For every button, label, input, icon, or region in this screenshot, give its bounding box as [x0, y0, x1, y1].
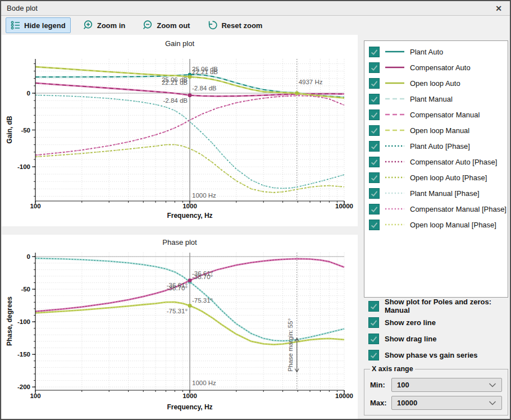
- x-min-select[interactable]: 100: [391, 378, 502, 392]
- y-tick-label: -150: [17, 351, 30, 358]
- checkbox[interactable]: [369, 47, 380, 57]
- reset-zoom-button[interactable]: Reset zoom: [202, 17, 267, 34]
- option-label: Show drag line: [385, 335, 436, 343]
- legend-item[interactable]: Plant Auto: [369, 44, 508, 60]
- x-min-value: 100: [397, 381, 409, 389]
- series-line-sample: [385, 81, 405, 85]
- chevron-down-icon: [489, 401, 496, 405]
- checkbox[interactable]: [368, 350, 379, 360]
- x-max-row: Max: 10000: [370, 396, 502, 410]
- checkbox[interactable]: [368, 317, 379, 328]
- marker-dot[interactable]: [188, 304, 192, 308]
- checkbox[interactable]: [369, 141, 380, 152]
- x-min-label: Min:: [370, 381, 391, 389]
- x-tick-label: 10000: [335, 203, 353, 209]
- option-checkbox-row[interactable]: Show drag line: [368, 332, 508, 345]
- checkbox[interactable]: [369, 125, 380, 136]
- y-tick-label: -100: [17, 163, 30, 170]
- phase-plot-canvas: Phase plot Phase, degrees Phase margin: …: [2, 235, 358, 420]
- series-line-sample: [385, 50, 405, 53]
- legend-item-label: Plant Auto: [410, 48, 443, 56]
- options-panel: Show plot for Poles and zeros: ManualSho…: [364, 300, 508, 365]
- legend-item-label: Open loop Auto [Phase]: [410, 174, 487, 182]
- annotation-label: -2.84 dB: [192, 85, 217, 92]
- checkbox[interactable]: [369, 172, 380, 183]
- hide-legend-label: Hide legend: [24, 21, 66, 30]
- annotation-label: 1000 Hz: [192, 380, 216, 386]
- option-checkbox-row[interactable]: Show phase vs gain series: [368, 349, 508, 361]
- y-tick-label: -100: [17, 318, 30, 325]
- legend-item[interactable]: Open loop Manual: [369, 122, 508, 138]
- gain-plot-svg[interactable]: 25.06 dB22.21 dB25.06 dB22.21 dB-2.84 dB…: [2, 54, 358, 223]
- legend-item[interactable]: Compensator Auto [Phase]: [369, 154, 508, 170]
- hide-legend-button[interactable]: Hide legend: [6, 17, 71, 33]
- x-axis-range-group: X axis range Min: 100 Max: 10000: [364, 365, 508, 416]
- legend-item-label: Open loop Manual [Phase]: [410, 221, 496, 229]
- annotation-label: 22.21 dB: [162, 79, 188, 86]
- checkbox[interactable]: [369, 78, 380, 89]
- legend-item-label: Plant Auto [Phase]: [410, 142, 470, 150]
- close-icon[interactable]: ✕: [493, 4, 504, 13]
- window-title: Bode plot: [7, 4, 38, 12]
- check-icon: [369, 157, 379, 167]
- marker-dot[interactable]: [188, 75, 192, 79]
- series-line-sample: [385, 97, 405, 101]
- x-tick-label: 100: [30, 392, 40, 399]
- x-axis-label: Frequency, Hz: [167, 403, 212, 411]
- x-tick-label: 100: [30, 203, 40, 209]
- check-icon: [369, 94, 379, 104]
- zoom-out-label: Zoom out: [157, 21, 190, 30]
- option-checkbox-row[interactable]: Show zero line: [368, 316, 508, 328]
- option-checkbox-row[interactable]: Show plot for Poles and zeros: Manual: [368, 300, 508, 312]
- check-icon: [369, 302, 378, 311]
- annotation-label: -2.84 dB: [163, 97, 188, 104]
- zoom-in-button[interactable]: Zoom in: [77, 17, 131, 34]
- checkbox[interactable]: [369, 94, 380, 104]
- check-icon: [369, 110, 379, 120]
- series-line-sample: [385, 129, 405, 132]
- checkbox[interactable]: [369, 157, 380, 167]
- legend-item[interactable]: Open loop Manual [Phase]: [369, 217, 508, 232]
- legend-item[interactable]: Plant Auto [Phase]: [369, 138, 508, 154]
- checkbox[interactable]: [369, 62, 380, 73]
- legend-item[interactable]: Open loop Auto: [369, 75, 508, 91]
- reset-arrow-icon: [207, 20, 218, 31]
- magnifier-minus-icon: [142, 20, 153, 31]
- series-line-sample: [385, 160, 405, 163]
- checkbox[interactable]: [369, 109, 380, 120]
- y-tick-label: 0: [27, 253, 30, 260]
- check-icon: [369, 350, 378, 360]
- gain-plot-canvas: Gain plot Gain, dB 25.06 dB22.21 dB25.06…: [2, 35, 358, 226]
- legend-item[interactable]: Compensator Manual: [369, 107, 508, 122]
- check-icon: [369, 63, 379, 72]
- marker-dot[interactable]: [188, 279, 192, 282]
- phase-plot-svg[interactable]: Phase margin: 55°-36.61°-38.70°-36.61°-3…: [2, 248, 358, 412]
- legend-item[interactable]: Open loop Auto [Phase]: [369, 170, 508, 185]
- series-line-sample: [385, 176, 405, 179]
- series-line-sample: [385, 113, 405, 116]
- checkbox[interactable]: [368, 334, 379, 344]
- titlebar[interactable]: Bode plot ✕: [1, 1, 510, 16]
- x-max-select[interactable]: 10000: [391, 396, 502, 410]
- x-tick-label: 1000: [182, 392, 197, 399]
- legend-item[interactable]: Compensator Auto: [369, 60, 508, 75]
- legend-item-label: Compensator Manual: [410, 111, 480, 119]
- y-tick-label: -50: [21, 127, 30, 134]
- check-icon: [369, 79, 379, 88]
- zoom-in-label: Zoom in: [97, 21, 126, 30]
- checkbox[interactable]: [369, 220, 380, 230]
- legend-item[interactable]: Compensator Manual [Phase]: [369, 201, 508, 217]
- legend-item[interactable]: Plant Manual [Phase]: [369, 185, 508, 201]
- annotation-label: 1000 Hz: [192, 192, 216, 199]
- x-tick-label: 10000: [335, 392, 353, 399]
- zoom-out-button[interactable]: Zoom out: [137, 17, 195, 34]
- marker-dot[interactable]: [188, 93, 192, 97]
- checkbox[interactable]: [369, 188, 380, 199]
- y-tick-label: -200: [17, 384, 30, 390]
- checkbox[interactable]: [368, 301, 379, 312]
- marker-dot[interactable]: [295, 92, 299, 95]
- checkbox[interactable]: [369, 204, 380, 214]
- annotation-label: -38.70°: [192, 273, 213, 280]
- option-label: Show plot for Poles and zeros: Manual: [385, 298, 508, 314]
- legend-item[interactable]: Plant Manual: [369, 91, 508, 107]
